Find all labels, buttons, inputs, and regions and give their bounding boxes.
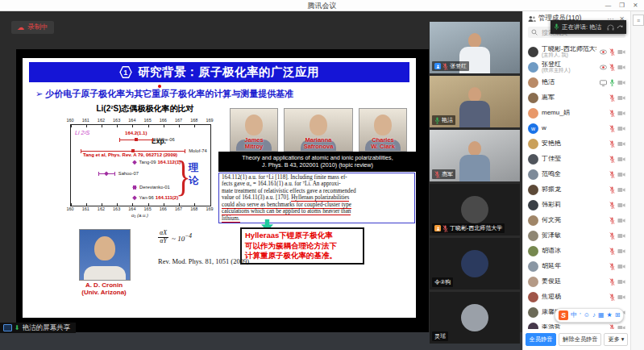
camera-off-icon[interactable]: [617, 156, 625, 162]
camera-off-icon[interactable]: [617, 202, 625, 208]
thumbnail-name-label: 令②狗: [432, 277, 453, 287]
author-photo: CharlesW. Clark: [359, 108, 407, 152]
camera-off-icon[interactable]: [617, 80, 625, 85]
mic-status-icon[interactable]: [609, 186, 615, 194]
tick-label: 164: [128, 118, 135, 123]
participant-row[interactable]: 韩彩莉: [523, 198, 630, 213]
participant-row[interactable]: memu_娟: [523, 106, 630, 121]
minimize-button[interactable]: —: [601, 0, 615, 10]
ime-icon[interactable]: ⊞: [615, 312, 621, 319]
camera-off-icon[interactable]: [617, 279, 625, 285]
portrait-silhouette: [310, 115, 327, 135]
avatar: [461, 304, 488, 331]
mic-status-icon[interactable]: [609, 263, 615, 270]
participant-row[interactable]: 姜俊廷: [523, 274, 630, 290]
participant-name: 焦迎杨: [542, 294, 606, 300]
mic-status-icon[interactable]: [609, 202, 615, 209]
close-button[interactable]: ✕: [629, 0, 642, 10]
camera-off-icon[interactable]: [617, 233, 625, 239]
mic-status-icon[interactable]: [609, 294, 615, 301]
avatar: [528, 77, 538, 88]
camera-off-icon[interactable]: [617, 110, 625, 116]
avatar: [528, 108, 538, 119]
camera-off-icon[interactable]: [617, 248, 625, 254]
ime-icon[interactable]: ♪: [592, 312, 596, 319]
camera-off-icon[interactable]: [617, 95, 625, 101]
excerpt-pre: value of 164.11(3) a.u. [170].: [222, 194, 291, 201]
camera-off-icon[interactable]: [617, 264, 625, 269]
participant-row[interactable]: 张登红 (联席主持人): [523, 60, 630, 75]
mic-status-icon[interactable]: [609, 110, 615, 117]
video-thumbnail[interactable]: 灵瑶: [430, 292, 520, 344]
participant-row[interactable]: 惠军: [523, 90, 630, 106]
mic-status-icon[interactable]: [609, 217, 615, 224]
participant-row[interactable]: 丁晓彬-西北师范大学 (主持人, 我): [523, 44, 630, 60]
cloud-record-icon: ☁: [17, 24, 24, 31]
participant-row[interactable]: 贺泽敏: [523, 228, 630, 244]
panel-footer: 全员静音解除全员静音更多 ▾: [526, 333, 628, 346]
camera-off-icon[interactable]: [617, 187, 625, 193]
camera-off-icon[interactable]: [617, 172, 625, 177]
collapse-panel-button[interactable]: ≡: [633, 15, 644, 26]
video-thumbnail[interactable]: 惠军: [430, 130, 520, 181]
headphones-icon: [607, 24, 614, 31]
point-label: Derevianko-01: [139, 185, 170, 190]
mic-status-icon[interactable]: [609, 94, 615, 102]
participant-row[interactable]: 胡延年: [523, 259, 630, 274]
ime-icon[interactable]: ☺: [584, 312, 590, 319]
video-thumbnail[interactable]: 艳洁: [430, 76, 520, 127]
mic-status-icon[interactable]: [609, 156, 615, 163]
camera-off-icon[interactable]: [617, 126, 625, 131]
participant-row[interactable]: 郭振龙: [523, 182, 630, 198]
participant-name: 张登红: [450, 62, 467, 70]
video-thumbnail[interactable]: 张登红: [430, 22, 520, 73]
camera-off-icon[interactable]: [617, 294, 625, 300]
screen-share-badge[interactable]: ⬇ 艳洁的屏幕共享: [0, 323, 76, 333]
video-thumbnail[interactable]: 令②狗: [430, 238, 520, 290]
participant-row[interactable]: 胡语冰: [523, 244, 630, 259]
right-edge-strip: ≡: [630, 10, 644, 350]
ime-icon[interactable]: ★: [607, 312, 613, 319]
recording-badge[interactable]: ☁ 录制中: [11, 21, 54, 34]
mic-status-icon[interactable]: [609, 324, 615, 329]
sogou-logo-icon[interactable]: S: [559, 310, 568, 320]
excerpt-line: value of 164.11(3) a.u. [170]. Hylleraas…: [222, 194, 412, 201]
camera-off-icon[interactable]: [617, 325, 625, 329]
avatar: [528, 215, 538, 226]
ime-toolbar[interactable]: S 中’☺♪▦★⊞: [555, 308, 624, 323]
portrait-silhouette: [94, 236, 115, 260]
mic-status-icon[interactable]: [609, 64, 615, 71]
maximize-button[interactable]: ❐: [615, 0, 629, 10]
participant-row[interactable]: 焦迎杨: [523, 290, 630, 305]
ime-icon[interactable]: ’: [580, 312, 581, 319]
mic-status-icon[interactable]: [609, 79, 615, 86]
ime-icon[interactable]: 中: [571, 312, 577, 319]
tick-label: 169: [206, 206, 213, 211]
participant-row[interactable]: 安艳艳: [523, 136, 630, 152]
mic-status-icon[interactable]: [609, 48, 615, 56]
mic-status-icon[interactable]: [609, 125, 615, 132]
footer-button[interactable]: 更多 ▾: [604, 333, 628, 346]
ime-icon[interactable]: ▦: [598, 312, 605, 319]
mic-status-icon[interactable]: [609, 248, 615, 255]
participant-row[interactable]: 何文亮: [523, 213, 630, 228]
avatar: [528, 307, 538, 318]
camera-off-icon[interactable]: [617, 65, 625, 70]
tick-label: 168: [190, 118, 197, 123]
footer-button[interactable]: 解除全员静音: [559, 333, 601, 346]
footer-button[interactable]: 全员静音: [526, 333, 557, 346]
mic-status-icon[interactable]: [609, 232, 615, 240]
mic-status-icon[interactable]: [609, 140, 615, 148]
participant-row[interactable]: 艳洁: [523, 75, 630, 90]
mic-status-icon: [434, 171, 440, 178]
mic-status-icon[interactable]: [609, 278, 615, 285]
participant-row[interactable]: 范鸣全: [523, 167, 630, 182]
participant-row[interactable]: 丁佳莹: [523, 152, 630, 167]
camera-off-icon[interactable]: [617, 141, 625, 147]
camera-off-icon[interactable]: [617, 218, 625, 223]
switch-audio-icon[interactable]: [617, 24, 623, 31]
camera-off-icon[interactable]: [617, 49, 625, 55]
participant-row[interactable]: w w: [523, 121, 630, 136]
video-thumbnail[interactable]: 丁晓彬-西北师范大学: [430, 184, 520, 235]
mic-status-icon[interactable]: [609, 171, 615, 178]
